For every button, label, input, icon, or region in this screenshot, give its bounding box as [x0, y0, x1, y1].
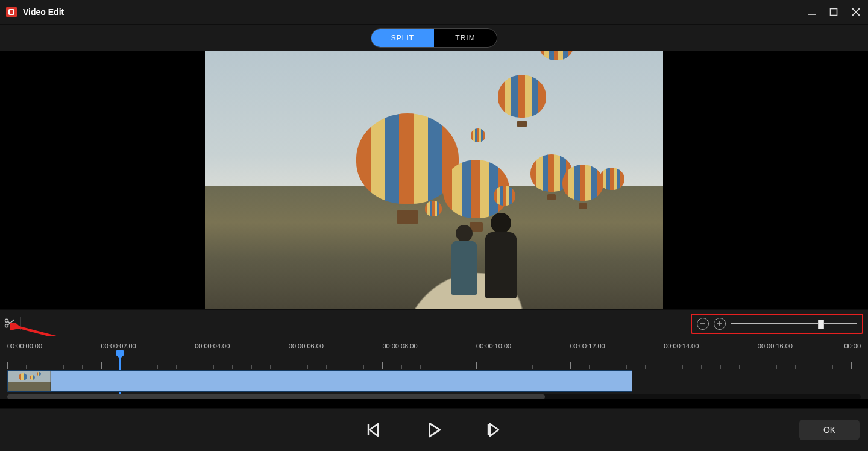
titlebar-left: Video Edit: [6, 7, 64, 17]
timeline-area: 00:00:00.0000:00:02.0000:00:04.0000:00:0…: [0, 336, 868, 399]
svg-marker-16: [490, 424, 498, 436]
svg-marker-14: [430, 423, 440, 436]
ruler-label: 00:00:14.00: [664, 342, 699, 350]
step-forward-button[interactable]: [485, 421, 502, 438]
timeline-track[interactable]: [7, 370, 861, 391]
close-button[interactable]: [851, 7, 861, 17]
toolbar-divider: [20, 317, 21, 330]
ruler-label: 00:00:06.00: [289, 342, 324, 350]
tab-split[interactable]: SPLIT: [371, 29, 434, 47]
step-back-icon: [366, 421, 383, 438]
preview-area: [0, 51, 868, 309]
maximize-button[interactable]: [829, 8, 838, 16]
ruler-label: 00:00:00.00: [7, 342, 42, 350]
ruler-label: 00:00:02.00: [101, 342, 136, 350]
tab-trim[interactable]: TRIM: [434, 29, 497, 47]
ruler-label: 00:00: [844, 342, 861, 350]
step-back-button[interactable]: [366, 421, 383, 438]
playback-controls: OK: [0, 408, 868, 451]
ruler-label: 00:00:10.00: [476, 342, 511, 350]
window-title: Video Edit: [23, 7, 64, 17]
timeline-ticks: [7, 353, 861, 369]
clip-thumbnail: [8, 371, 51, 391]
play-icon: [425, 421, 443, 439]
timeline-scrollbar-thumb[interactable]: [7, 394, 545, 399]
minimize-button[interactable]: [808, 8, 816, 16]
timeline-scrollbar[interactable]: [7, 394, 861, 399]
mode-pill: SPLIT TRIM: [371, 28, 497, 48]
mode-tabbar: SPLIT TRIM: [0, 24, 868, 51]
zoom-out-button[interactable]: [697, 318, 709, 330]
timeline-clip[interactable]: [7, 370, 632, 392]
video-preview[interactable]: [205, 51, 663, 309]
ruler-label: 00:00:08.00: [382, 342, 417, 350]
window-controls: [808, 7, 861, 17]
ruler-label: 00:00:12.00: [570, 342, 605, 350]
timeline-ruler[interactable]: 00:00:00.0000:00:02.0000:00:04.0000:00:0…: [7, 342, 861, 369]
zoom-slider-thumb[interactable]: [818, 320, 824, 329]
play-button[interactable]: [425, 421, 443, 439]
ruler-label: 00:00:16.00: [758, 342, 793, 350]
scissors-icon: [4, 317, 16, 329]
svg-rect-1: [831, 9, 837, 16]
svg-marker-12: [370, 424, 378, 436]
split-scissors-button[interactable]: [2, 316, 17, 330]
titlebar: Video Edit: [0, 0, 868, 24]
plus-icon: [717, 321, 723, 327]
step-forward-icon: [485, 421, 502, 438]
timeline-toolbar: [0, 309, 868, 336]
minus-icon: [700, 321, 706, 327]
app-logo-icon: [6, 7, 17, 17]
zoom-in-button[interactable]: [714, 318, 726, 330]
zoom-slider[interactable]: [731, 318, 857, 329]
ok-button[interactable]: OK: [799, 420, 860, 440]
zoom-controls: [691, 314, 863, 334]
ruler-label: 00:00:04.00: [195, 342, 230, 350]
